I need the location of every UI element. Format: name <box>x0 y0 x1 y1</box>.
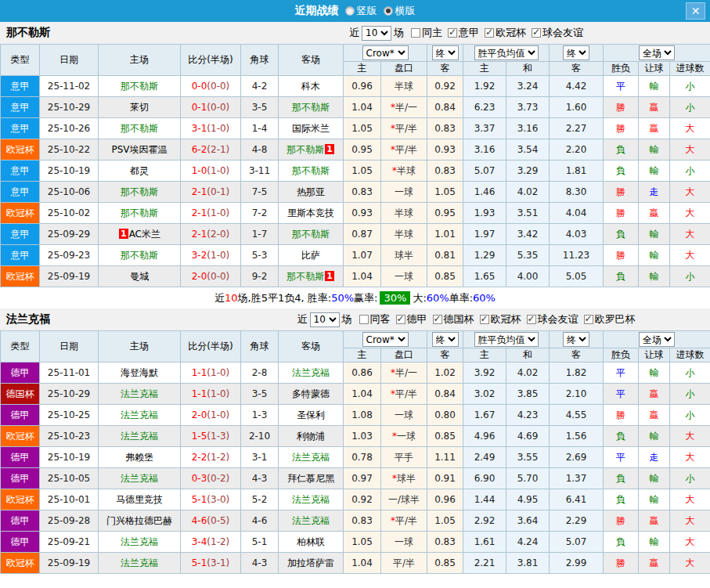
team-name: 法兰克福 <box>121 473 158 484</box>
team-section-header-1: 那不勒斯 近 10 场 同主 意甲欧冠杯球会友谊 <box>0 22 710 44</box>
avg-odds-select[interactable]: 胜平负均值 <box>474 332 539 347</box>
odds-home-cell: 0.78 <box>344 447 381 468</box>
result-goals-cell: 大 <box>670 447 710 468</box>
league-checkbox[interactable] <box>480 315 489 324</box>
full-time-score: 2-1 <box>192 229 207 240</box>
odds-handicap-cell: *球半 <box>381 468 427 489</box>
league-checkbox[interactable] <box>433 315 442 324</box>
team-name: 马德里竞技 <box>116 494 163 505</box>
avg-draw-cell: 4.95 <box>506 489 550 510</box>
avg-draw-cell: 4.00 <box>506 266 550 287</box>
home-team-cell: 那不勒斯 <box>99 245 181 266</box>
match-row: 德国杯25-10-29法兰克福1-1(1-0)3-5多特蒙德1.04*平/半0.… <box>1 384 710 405</box>
match-type-badge: 意甲 <box>1 182 40 203</box>
league-checkbox[interactable] <box>485 28 494 38</box>
col-avg-away: 客 <box>550 348 604 363</box>
match-date: 25-10-23 <box>40 426 99 447</box>
corners-cell: 9-2 <box>241 266 279 287</box>
vertical-layout-radio[interactable] <box>345 6 355 16</box>
avg-final-select[interactable]: 终 <box>563 45 589 60</box>
odds-final-select[interactable]: 终 <box>432 45 459 60</box>
match-type-badge: 德甲 <box>1 405 40 426</box>
corners-cell: 7-2 <box>241 203 279 224</box>
col-away: 客场 <box>279 331 344 363</box>
match-row: 意甲25-11-02那不勒斯0-0(0-0)4-2科木0.96半球0.921.9… <box>1 76 710 97</box>
avg-odds-select[interactable]: 胜平负均值 <box>474 45 539 60</box>
full-time-score: 3-2 <box>192 250 207 261</box>
horizontal-layout-radio[interactable] <box>384 6 393 16</box>
corners-cell: 2-8 <box>241 363 279 384</box>
score-cell: 2-0(1-0) <box>181 405 241 426</box>
match-count-select[interactable]: 10 <box>362 26 391 41</box>
team-name: 法兰克福 <box>292 452 330 463</box>
scope-select[interactable]: 全场 <box>639 332 675 347</box>
score-cell: 0-0(0-0) <box>181 76 241 97</box>
avg-home-cell: 2.92 <box>463 510 506 532</box>
home-team-cell: 法兰克福 <box>99 426 181 447</box>
red-card-badge: 1 <box>119 229 128 239</box>
matches-table-1: 类型 日期 主场 比分(半场) 角球 客场 Crow* 终 胜平负均值 终 全场… <box>0 44 710 287</box>
same-away-checkbox[interactable] <box>359 315 369 324</box>
league-label: 德国杯 <box>444 313 474 325</box>
horizontal-layout-label: 横版 <box>395 4 416 18</box>
result-goals-cell: 大 <box>670 553 710 574</box>
avg-away-cell: 1.82 <box>550 363 604 384</box>
match-date: 25-10-02 <box>40 203 99 224</box>
away-team-cell: 国际米兰 <box>279 118 344 139</box>
result-wl-cell: 勝 <box>604 118 639 139</box>
half-time-score: (0-0) <box>207 102 229 113</box>
odds-company-select[interactable]: Crow* <box>362 45 409 60</box>
score-cell: 3-2(1-0) <box>181 245 241 266</box>
close-icon[interactable]: ✕ <box>686 2 705 20</box>
half-time-score: (0-1) <box>207 186 229 197</box>
score-cell: 3-1(1-0) <box>181 118 241 139</box>
match-date: 25-10-29 <box>40 97 99 118</box>
filter-bar: 近 10 场 同主 意甲欧冠杯球会友谊 <box>225 26 710 41</box>
league-checkbox[interactable] <box>527 315 536 324</box>
team-name: 拜仁慕尼黑 <box>287 473 334 484</box>
team-name: 里斯本竞技 <box>287 207 334 218</box>
league-checkbox[interactable] <box>532 28 541 38</box>
result-goals-cell: 大 <box>670 489 710 510</box>
odds-home-cell: 1.04 <box>344 97 381 118</box>
avg-final-select[interactable]: 终 <box>563 332 589 347</box>
col-avg-away: 客 <box>550 62 604 76</box>
league-label: 球会友谊 <box>538 313 578 325</box>
odds-home-cell: 1.05 <box>344 532 381 553</box>
scope-select[interactable]: 全场 <box>639 45 675 60</box>
league-checkbox[interactable] <box>584 315 593 324</box>
avg-away-cell: 4.04 <box>550 203 604 224</box>
avg-draw-cell: 3.55 <box>506 447 550 468</box>
match-type-badge: 德甲 <box>1 447 40 468</box>
result-handicap-cell: 輸 <box>639 363 670 384</box>
result-handicap-cell: 輸 <box>639 161 670 182</box>
avg-draw-cell: 4.02 <box>506 182 550 203</box>
odds-company-select[interactable]: Crow* <box>362 332 409 347</box>
avg-away-cell: 8.30 <box>550 182 604 203</box>
away-team-cell: 拜仁慕尼黑 <box>279 468 344 489</box>
changed-handicap-star: * <box>391 123 395 134</box>
match-row: 意甲25-10-26那不勒斯3-1(1-0)1-4国际米兰1.05*平/半0.8… <box>1 118 710 139</box>
match-type-badge: 德甲 <box>1 532 40 553</box>
half-time-score: (1-0) <box>207 250 229 261</box>
match-count-select[interactable]: 10 <box>310 312 340 327</box>
result-handicap-cell: 輸 <box>639 266 670 287</box>
odds-final-select[interactable]: 终 <box>432 332 459 347</box>
col-date: 日期 <box>40 45 99 76</box>
half-time-score: (2-1) <box>207 144 229 155</box>
result-wl-cell: 勝 <box>604 97 639 118</box>
avg-away-cell: 2.69 <box>550 447 604 468</box>
result-wl-cell: 負 <box>604 468 639 489</box>
col-date: 日期 <box>40 331 99 363</box>
odds-home-cell: 0.83 <box>344 182 381 203</box>
team-name: 那不勒斯 <box>292 102 330 113</box>
same-home-checkbox[interactable] <box>411 28 420 38</box>
league-checkbox[interactable] <box>396 315 405 324</box>
corners-cell: 3-11 <box>241 161 279 182</box>
result-handicap-cell: 贏 <box>639 384 670 405</box>
avg-home-cell: 1.67 <box>463 405 506 426</box>
odds-away-cell: 1.05 <box>427 182 463 203</box>
result-handicap-cell: 贏 <box>639 118 670 139</box>
score-cell: 2-1(1-0) <box>181 203 241 224</box>
league-checkbox[interactable] <box>448 28 457 38</box>
